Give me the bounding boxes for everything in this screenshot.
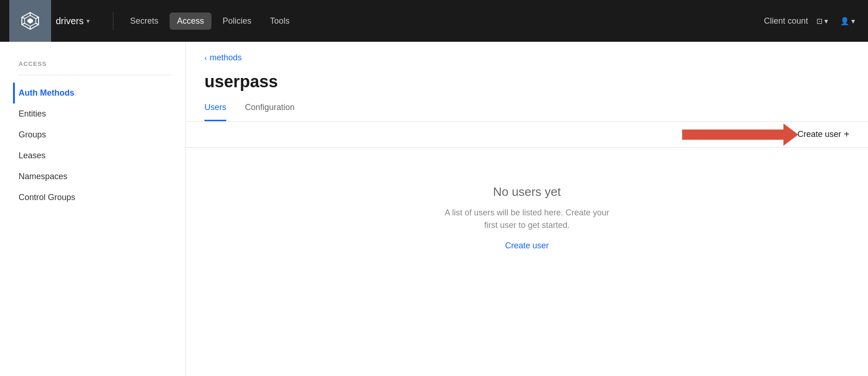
sidebar-item-control-groups[interactable]: Control Groups [13,187,171,208]
sidebar-item-entities[interactable]: Entities [13,104,171,124]
main-layout: ACCESS Auth Methods Entities Groups Leas… [0,42,868,376]
top-nav: drivers ▾ Secrets Access Policies Tools … [0,0,868,42]
svg-marker-2 [27,18,33,24]
sidebar-item-control-groups-label: Control Groups [19,193,75,202]
sidebar-item-groups[interactable]: Groups [13,124,171,145]
empty-state-description: A list of users will be listed here. Cre… [439,207,615,232]
nav-links: Secrets Access Policies Tools [123,13,764,30]
nav-logo [9,0,51,42]
nav-link-policies[interactable]: Policies [215,13,259,30]
client-count-label: Client count [764,16,808,26]
sidebar-item-auth-methods-label: Auth Methods [19,88,74,98]
breadcrumb-link[interactable]: methods [210,53,242,63]
user-icon: 👤 [840,17,849,26]
sidebar-item-namespaces[interactable]: Namespaces [13,166,171,187]
sidebar-item-namespaces-label: Namespaces [19,172,67,182]
nav-brand[interactable]: drivers ▾ [56,16,90,26]
create-user-button[interactable]: Create user + [797,129,849,140]
arrow-annotation [682,130,784,140]
nav-right: Client count ⊡ ▾ 👤 ▾ [764,14,859,28]
terminal-button[interactable]: ⊡ ▾ [813,14,832,28]
sidebar-section-label: ACCESS [19,60,171,67]
breadcrumb: ‹ methods [186,42,868,63]
terminal-chevron: ▾ [824,17,828,26]
sidebar-item-leases-label: Leases [19,151,46,161]
terminal-icon: ⊡ [816,17,822,26]
nav-link-secrets[interactable]: Secrets [123,13,166,30]
plus-icon: + [844,129,849,140]
toolbar: Create user + [186,122,868,148]
tab-users[interactable]: Users [204,103,226,121]
sidebar: ACCESS Auth Methods Entities Groups Leas… [0,42,186,376]
breadcrumb-chevron: ‹ [204,54,207,62]
user-chevron: ▾ [851,17,855,26]
create-user-label: Create user [797,130,841,139]
page-title: userpass [186,63,868,91]
sidebar-divider [19,75,171,75]
nav-brand-chevron: ▾ [86,17,90,25]
content-area: ‹ methods userpass Users Configuration C… [186,42,868,376]
empty-state: No users yet A list of users will be lis… [186,148,868,288]
arrow-body [682,130,784,140]
sidebar-item-entities-label: Entities [19,109,46,119]
nav-link-access[interactable]: Access [170,13,211,30]
empty-state-create-link[interactable]: Create user [505,241,549,251]
nav-divider [113,12,113,30]
nav-brand-name: drivers [56,16,84,26]
sidebar-item-groups-label: Groups [19,130,46,140]
tabs: Users Configuration [186,91,868,122]
empty-state-title: No users yet [493,185,561,199]
sidebar-item-auth-methods[interactable]: Auth Methods [13,83,171,104]
sidebar-item-leases[interactable]: Leases [13,145,171,166]
nav-link-tools[interactable]: Tools [263,13,297,30]
tab-configuration[interactable]: Configuration [245,103,295,121]
user-menu-button[interactable]: 👤 ▾ [836,14,859,28]
